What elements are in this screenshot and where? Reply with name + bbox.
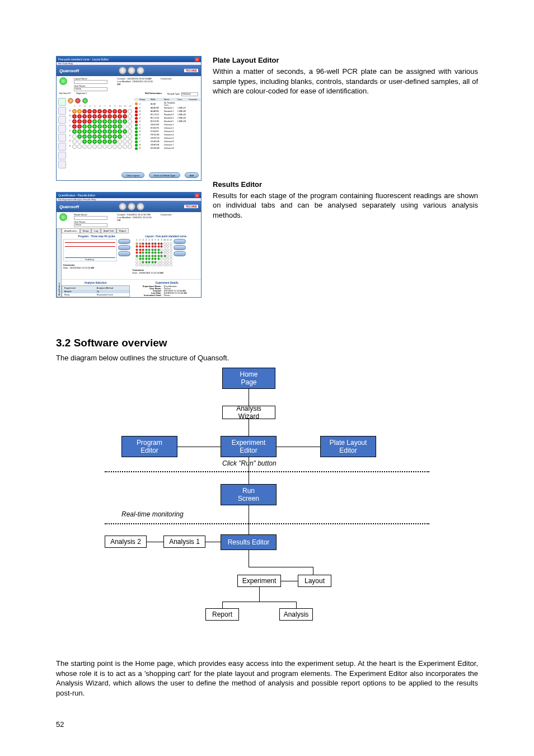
program-graph: Time(Hours) — [63, 239, 117, 261]
plate-grid: 123456789101112ABCDEFGH — [68, 105, 133, 149]
toolbar-icon — [119, 67, 127, 74]
re-body: Results for each stage of the program co… — [213, 191, 478, 220]
date-val: 10/19/2010 11:52:53 AM — [70, 266, 95, 269]
tool-icon — [58, 107, 66, 115]
meta-row: Result Name : User Name : Techne Created… — [57, 212, 201, 228]
plate-control-icon — [68, 98, 73, 104]
side-button — [118, 239, 130, 244]
box-analysis1: Analysis 1 — [163, 536, 205, 548]
info-icon — [59, 77, 67, 85]
cell: Cp — [96, 290, 128, 293]
label-realtime: Real-time monitoring — [121, 510, 184, 518]
toolbar-icon — [128, 203, 135, 210]
experiment-details-title: Experiment Details — [133, 281, 202, 284]
col-hdr: Analysis Method — [96, 287, 128, 290]
close-icon: × — [195, 193, 199, 198]
section-3-2: 3.2 Software overview The diagram below … — [56, 337, 478, 698]
label-click-run: Click "Run" button — [222, 459, 277, 467]
kv-v: Prime+ — [164, 294, 202, 297]
kv-l: Instrument Used : — [133, 294, 164, 297]
meta-row: Layout Name : User Name : Techne Created… — [57, 76, 201, 92]
box-plate: Plate Layout Editor — [320, 436, 376, 457]
replicate-label: Replicate — [76, 92, 85, 95]
section-heading: 3.2 Software overview — [56, 337, 478, 349]
tool-icon — [58, 143, 66, 151]
box-report: Report — [205, 608, 239, 621]
tool-icon — [58, 98, 66, 106]
box-analysis: Analysis — [279, 608, 313, 621]
box-experiment: Experiment Editor — [221, 436, 277, 457]
add-button: Add — [185, 172, 199, 178]
brand-name: Quansoft — [59, 68, 79, 73]
well-table: GroupWellsNameConc.Comment 1A1:A2No Temp… — [134, 98, 200, 168]
user-name-input: Techne — [74, 223, 107, 227]
clear-button: Clear Layout — [121, 172, 144, 178]
x-axis: Time(Hours) — [85, 259, 95, 261]
save-default-button: Save as Default Type — [149, 172, 180, 178]
re-title: Results Editor — [213, 180, 478, 189]
side-button — [174, 239, 186, 244]
analysis-table: Experiment Analysis Method Analysis Cp R… — [62, 285, 130, 297]
window-title: Five point standard curve - Layout Edito… — [58, 58, 109, 61]
brand-bar: Quansoft TECHNE — [57, 201, 201, 212]
box-layout: Layout — [298, 575, 331, 587]
box-run: Run Screen — [221, 484, 277, 505]
wellinfo-label: Well Information — [145, 92, 162, 96]
comments-label: Comments : — [161, 77, 173, 80]
rdate-val: 10/18/2010 11:52:53 AM — [139, 271, 163, 274]
plate-control-icon — [75, 98, 81, 104]
cell: Dissociation Curve — [96, 294, 128, 297]
toolbar-icon — [119, 203, 127, 210]
plate-control-icon — [82, 98, 88, 104]
screenshot-results-editor: Quantification - Results Editor × File E… — [56, 192, 202, 298]
screenshot-plate-layout: Five point standard curve - Layout Edito… — [56, 56, 202, 181]
box-analysis2: Analysis 2 — [105, 536, 147, 548]
tool-icon — [58, 161, 66, 168]
program-title: Program : Three step 40 cycles — [63, 235, 130, 238]
sampletype-label: Sample Type : — [167, 93, 181, 95]
tool-icon — [58, 125, 66, 133]
bottom-paragraph: The starting point is the Home page, whi… — [56, 659, 478, 698]
side-button — [118, 245, 130, 250]
side-tab: Amplification — [57, 228, 62, 297]
brand-name: Quansoft — [59, 204, 79, 209]
plate-layout-description: Plate Layout Editor Within a matter of s… — [213, 56, 478, 96]
toolbar-icon — [137, 67, 144, 74]
rdate-label: Date : — [133, 271, 139, 274]
hotstart-label: Hot Start — [59, 92, 68, 95]
user-name-input: Techne — [74, 87, 107, 91]
replicate-val: 2 — [86, 92, 87, 95]
mini-plate: 123456789101112 — [133, 239, 172, 266]
window-titlebar: Quantification - Results Editor × — [57, 192, 201, 198]
section-sub: The diagram below outlines the structure… — [56, 354, 478, 362]
tool-icon — [58, 134, 66, 142]
box-exp: Experiment — [237, 575, 281, 587]
window-title: Quantification - Results Editor — [58, 194, 95, 197]
layout-title: Layout : Five point standard curve — [133, 235, 200, 238]
sampletype-val: Unknown — [181, 92, 198, 96]
box-program: Program Editor — [121, 436, 177, 457]
ple-body: Within a matter of seconds, a 96-well PC… — [213, 67, 478, 96]
comments-label: Comments : — [161, 213, 173, 216]
page-number: 52 — [56, 720, 478, 729]
info-icon — [59, 213, 67, 221]
result-name-input — [74, 216, 107, 220]
brand-techne: TECHNE — [184, 69, 198, 72]
cell: Ramp — [63, 294, 96, 297]
layout-name-input — [74, 80, 107, 84]
results-editor-description: Results Editor Results for each stage of… — [213, 180, 478, 220]
ple-title: Plate Layout Editor — [213, 56, 478, 64]
structure-diagram: Home Page Analysis Wizard Program Editor… — [105, 368, 429, 647]
tool-palette — [58, 98, 66, 168]
side-button — [174, 245, 186, 250]
analysis-selection-title: Analysis Selection — [62, 281, 130, 284]
col-hdr: Experiment — [63, 287, 96, 290]
side-button — [118, 251, 130, 256]
box-home: Home Page — [222, 368, 275, 389]
side-button — [174, 251, 186, 256]
cell: Analysis — [63, 290, 96, 293]
date-label: Date : — [63, 266, 69, 269]
brand-bar: Quansoft TECHNE — [57, 65, 201, 76]
tool-icon — [58, 152, 66, 159]
tool-icon — [58, 116, 66, 124]
